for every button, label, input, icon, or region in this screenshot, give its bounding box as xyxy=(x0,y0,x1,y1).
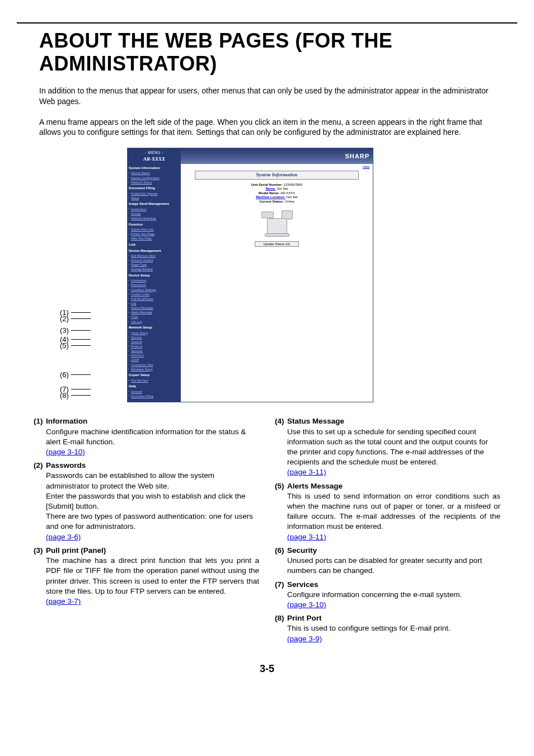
top-rule xyxy=(17,22,517,24)
menu-item-security[interactable]: Security xyxy=(129,335,180,340)
page-title: ABOUT THE WEB PAGES (FOR THE ADMINISTRAT… xyxy=(39,29,500,76)
menu-item-protocol[interactable]: Protocol xyxy=(129,344,180,349)
menu-label: - MENU - xyxy=(129,149,180,156)
update-status-button[interactable]: Update Status (U) xyxy=(255,241,298,247)
intro-para-1: In addition to the menus that appear for… xyxy=(39,86,500,107)
menu-item-sender[interactable]: Sender xyxy=(129,212,180,216)
item-body: Configure information concerning the e-m… xyxy=(287,590,462,599)
serial-value: 1234567890 xyxy=(284,183,302,186)
menu-section-network-setup: Network Setup xyxy=(129,326,180,330)
modelname-label: Model Name: xyxy=(259,191,279,195)
item-body-2: Enter the passwords that you wish to est… xyxy=(46,492,245,510)
item-body: This is used to send information on erro… xyxy=(287,492,500,531)
page-link-3-7[interactable]: (page 3-7) xyxy=(46,597,81,605)
item-security: (6)Security Unused ports can be disabled… xyxy=(275,546,500,576)
menu-item-log[interactable]: Log xyxy=(129,302,180,306)
menu-item-storage-backup[interactable]: Storage Backup xyxy=(129,267,180,272)
item-title: Status Message xyxy=(287,416,344,426)
menu-item-print-port[interactable]: Print Port xyxy=(129,354,180,358)
brand-banner: SHARP xyxy=(181,148,373,164)
menu-item-web-test-page[interactable]: Web Test Page xyxy=(129,237,180,241)
item-title: Print Port xyxy=(287,613,322,623)
menu-section-copier-setup: Copier Setup xyxy=(129,373,180,378)
page-link-3-11a[interactable]: (page 3-11) xyxy=(287,468,326,476)
menu-item-docfiling-setup[interactable]: Setup xyxy=(129,196,180,200)
callout-8: (8) xyxy=(60,391,91,400)
help-link[interactable]: Help xyxy=(181,164,373,171)
descriptions: (1)Information Configure machine identif… xyxy=(34,416,500,647)
page-link-3-10[interactable]: (page 3-10) xyxy=(46,448,85,456)
right-column: (4)Status Message Use this to set up a s… xyxy=(275,416,500,647)
menu-item-quick-setup[interactable]: Quick Setup xyxy=(129,331,180,335)
status-label: Current Status: xyxy=(259,200,284,203)
page-link-3-11b[interactable]: (page 3-11) xyxy=(287,533,326,541)
page-link-3-10b[interactable]: (page 3-10) xyxy=(287,600,326,609)
menu-item-ifax[interactable]: I-Fax xyxy=(129,315,180,320)
menu-item-account-control[interactable]: Account Control xyxy=(129,259,180,263)
menu-item-pull-print-panel[interactable]: Pull Print(Panel) xyxy=(129,297,180,301)
menu-section-function: Function xyxy=(129,223,180,227)
menu-section-system-information: System Information xyxy=(129,166,180,171)
menu-item-help-general[interactable]: General xyxy=(129,389,180,394)
menu-item-alerts-message[interactable]: Alerts Message xyxy=(129,311,180,315)
callout-5: (5) xyxy=(60,341,91,350)
menu-item-services[interactable]: Services xyxy=(129,349,180,354)
menu-section-device-management: Device Management xyxy=(129,249,180,253)
menu-item-paper-type[interactable]: Paper Type xyxy=(129,263,180,267)
menu-item-information[interactable]: Information xyxy=(129,279,180,283)
admin-webpage-screenshot: (1) (2) (3) (4) (5) (6) (7) (8) - MENU -… xyxy=(93,148,441,402)
menu-frame: - MENU - AR-XXXX System Information Devi… xyxy=(128,148,181,402)
item-body: Configure machine identification informa… xyxy=(46,428,246,446)
menu-item-edit-memory-alloc[interactable]: Edit Memory Alloc xyxy=(129,253,180,258)
page-number: 3-5 xyxy=(0,663,534,675)
menu-item-device-status[interactable]: Device Status xyxy=(129,171,180,176)
menu-item-ldap[interactable]: LDAP xyxy=(129,358,180,363)
menu-item-custom-links[interactable]: Custom Links xyxy=(129,292,180,297)
menu-item-network-status[interactable]: Network Status xyxy=(129,180,180,185)
item-passwords: (2)Passwords Passwords can be establishe… xyxy=(34,461,259,542)
content-frame: SHARP Help System Information Unit Seria… xyxy=(181,148,373,402)
menu-item-destination[interactable]: Destination xyxy=(129,207,180,212)
callout-6: (6) xyxy=(60,370,91,379)
item-body-1: Passwords can be established to allow th… xyxy=(46,471,214,490)
item-body: Use this to set up a schedule for sendin… xyxy=(287,428,488,467)
menu-item-metadata-setup[interactable]: Metadata Setup xyxy=(129,367,180,372)
item-information: (1)Information Configure machine identif… xyxy=(34,416,259,457)
menu-item-network-scanning[interactable]: Network Scanning xyxy=(129,217,180,221)
modelname-value: AR-XXXX xyxy=(280,191,295,195)
menu-item-passwords[interactable]: Passwords xyxy=(129,283,180,288)
item-alerts-message: (5)Alerts Message This is used to send i… xyxy=(275,481,500,542)
menu-item-general[interactable]: General xyxy=(129,340,180,344)
brand-label: SHARP xyxy=(345,152,369,160)
model-label: AR-XXXX xyxy=(129,156,180,165)
callout-3: (3) xyxy=(60,326,91,335)
menu-item-connection-test[interactable]: Connection Test xyxy=(129,363,180,367)
menu-item-job-log[interactable]: Job Log xyxy=(129,320,180,324)
menu-item-device-configuration[interactable]: Device Configuration xyxy=(129,176,180,180)
page-link-3-6[interactable]: (page 3-6) xyxy=(46,533,81,541)
menu-item-folder-job-operate[interactable]: Folder/Job Operate xyxy=(129,191,180,196)
item-pull-print: (3)Pull print (Panel) The machine has a … xyxy=(34,546,259,607)
name-label[interactable]: Name: xyxy=(265,187,275,190)
item-status-message: (4)Status Message Use this to set up a s… xyxy=(275,416,500,477)
menu-item-submit-print-job[interactable]: Submit Print Job xyxy=(129,227,180,232)
item-services: (7)Services Configure information concer… xyxy=(275,580,500,611)
menu-item-condition-settings[interactable]: Condition Settings xyxy=(129,288,180,292)
menu-item-preset-text[interactable]: Pre-Set Text xyxy=(129,378,180,383)
status-value: Online xyxy=(285,200,294,203)
page-link-3-9[interactable]: (page 3-9) xyxy=(287,635,322,643)
menu-section-link: Link xyxy=(129,243,180,247)
item-print-port: (8)Print Port This is used to configure … xyxy=(275,613,500,644)
menu-item-status-message[interactable]: Status Message xyxy=(129,306,180,311)
intro-para-2: A menu frame appears on the left side of… xyxy=(39,117,500,138)
item-title: Security xyxy=(287,546,317,556)
item-title: Passwords xyxy=(46,461,86,471)
menu-item-printer-test-page[interactable]: Printer Test Page xyxy=(129,232,180,237)
mfp-illustration-icon xyxy=(260,207,294,238)
item-body: This is used to configure settings for E… xyxy=(287,624,451,632)
location-label[interactable]: Machine Location: xyxy=(256,195,285,199)
content-header: System Information xyxy=(195,171,359,180)
menu-item-help-document-filing[interactable]: Document Filing xyxy=(129,394,180,398)
system-info-block: Unit Serial Number: 1234567890 Name: Not… xyxy=(181,183,373,204)
serial-label: Unit Serial Number: xyxy=(251,183,283,186)
